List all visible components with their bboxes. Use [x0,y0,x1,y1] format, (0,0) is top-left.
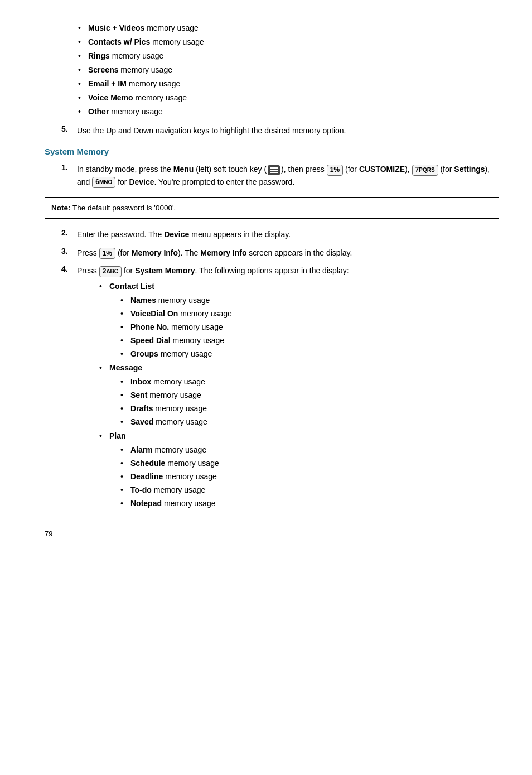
list-item-contact-list: Contact List Names memory usage VoiceDia… [99,281,499,360]
step-number: 4. [61,264,77,512]
step-text: Press 2ABC for System Memory. The follow… [77,264,499,512]
list-item: Voice Memo memory usage [78,92,499,104]
list-item: Alarm memory usage [120,444,499,456]
key-1: 1% [99,248,115,259]
list-item: Inbox memory usage [120,376,499,388]
menu-icon [268,165,280,175]
key-2: 2ABC [99,266,122,277]
list-item: Schedule memory usage [120,458,499,469]
list-item: Screens memory usage [78,64,499,76]
list-item-message: Message Inbox memory usage Sent memory u… [99,362,499,428]
list-item: Drafts memory usage [120,403,499,415]
key-6: 6MNO [92,177,115,188]
top-bullet-list: Music + Videos memory usage Contacts w/ … [45,22,499,118]
step-1: 1. In standby mode, press the Menu (left… [45,163,499,188]
step-text: Use the Up and Down navigation keys to h… [77,124,499,137]
note-label: Note: [51,204,71,212]
list-item: Groups memory usage [120,348,499,360]
list-item: Other memory usage [78,106,499,118]
step-number: 3. [61,247,77,259]
step-text: In standby mode, press the Menu (left) s… [77,163,499,188]
list-item: Music + Videos memory usage [78,22,499,34]
note-box: Note: The default password is '0000'. [45,197,499,219]
list-item: Phone No. memory usage [120,321,499,333]
contact-list-sub: Names memory usage VoiceDial On memory u… [109,295,499,360]
list-item: Sent memory usage [120,389,499,401]
list-item: VoiceDial On memory usage [120,308,499,320]
step-5: 5. Use the Up and Down navigation keys t… [45,124,499,137]
message-sub: Inbox memory usage Sent memory usage Dra… [109,376,499,428]
key-7: 7PQRS [412,165,438,176]
step-2: 2. Enter the password. The Device menu a… [45,228,499,240]
step-number: 2. [61,228,77,240]
system-memory-heading: System Memory [45,147,499,156]
list-item: Names memory usage [120,295,499,306]
step-number: 1. [61,163,77,188]
list-item: To-do memory usage [120,484,499,496]
step-3: 3. Press 1% (for Memory Info). The Memor… [45,247,499,259]
list-item: Contacts w/ Pics memory usage [78,36,499,48]
step-text: Press 1% (for Memory Info). The Memory I… [77,247,499,259]
list-item: Deadline memory usage [120,471,499,483]
list-item: Notepad memory usage [120,498,499,509]
note-text: The default password is '0000'. [72,204,176,212]
list-item: Saved memory usage [120,416,499,428]
step-number: 5. [61,124,77,137]
list-item: Speed Dial memory usage [120,335,499,346]
page-number: 79 [45,529,499,538]
contact-list-section: Contact List Names memory usage VoiceDia… [77,281,499,509]
key-1: 1% [327,165,343,176]
list-item-plan: Plan Alarm memory usage Schedule memory … [99,430,499,509]
step-4: 4. Press 2ABC for System Memory. The fol… [45,264,499,512]
list-item: Rings memory usage [78,50,499,62]
list-item: Email + IM memory usage [78,78,499,90]
step-text: Enter the password. The Device menu appe… [77,228,499,240]
plan-sub: Alarm memory usage Schedule memory usage… [109,444,499,509]
